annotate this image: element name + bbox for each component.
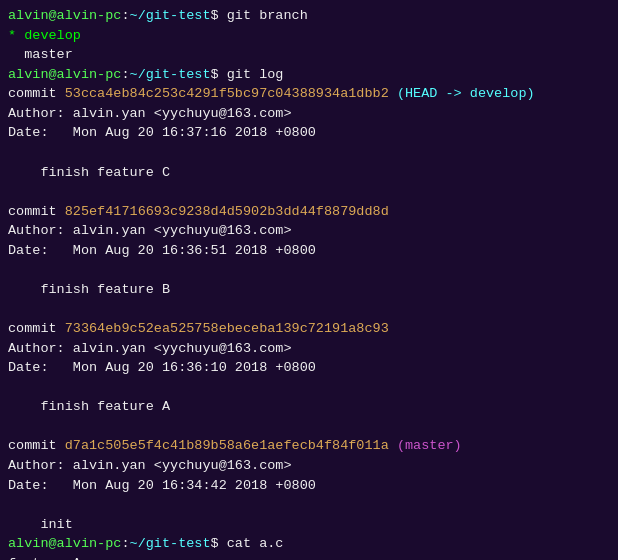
date-line-3: Date: Mon Aug 20 16:36:10 2018 +0800: [8, 358, 610, 378]
commit-hash-1: 53cca4eb84c253c4291f5bc97c04388934a1dbb2: [65, 86, 389, 101]
terminal-line-1: alvin@alvin-pc:~/git-test$ git branch: [8, 6, 610, 26]
commit-msg-2: finish feature B: [8, 282, 170, 297]
terminal-line-3: master: [8, 45, 610, 65]
commit-msg-4: init: [8, 517, 73, 532]
date-label-2: Date: Mon Aug 20 16:36:51 2018 +0800: [8, 243, 316, 258]
author-label-4: Author: alvin.yan <yychuyu@163.com>: [8, 458, 292, 473]
commit-space-4: [389, 438, 397, 453]
commit-line-4: commit d7a1c505e5f4c41b89b58a6e1aefecb4f…: [8, 436, 610, 456]
commit-ref-4: (master): [397, 438, 462, 453]
author-line-3: Author: alvin.yan <yychuyu@163.com>: [8, 339, 610, 359]
terminal: alvin@alvin-pc:~/git-test$ git branch * …: [0, 0, 618, 560]
prompt-path-1: ~/git-test: [130, 8, 211, 23]
author-line-4: Author: alvin.yan <yychuyu@163.com>: [8, 456, 610, 476]
date-line-2: Date: Mon Aug 20 16:36:51 2018 +0800: [8, 241, 610, 261]
empty-4: [8, 299, 610, 319]
date-label-3: Date: Mon Aug 20 16:36:10 2018 +0800: [8, 360, 316, 375]
empty-3: [8, 260, 610, 280]
author-line-2: Author: alvin.yan <yychuyu@163.com>: [8, 221, 610, 241]
date-line-4: Date: Mon Aug 20 16:34:42 2018 +0800: [8, 476, 610, 496]
commit-hash-2: 825ef41716693c9238d4d5902b3dd44f8879dd8d: [65, 204, 389, 219]
prompt-colon-1: :: [121, 8, 129, 23]
commit-hash-4: d7a1c505e5f4c41b89b58a6e1aefecb4f84f011a: [65, 438, 389, 453]
prompt-path-2: ~/git-test: [130, 67, 211, 82]
file-content-1: feature A: [8, 556, 81, 560]
msg-3: finish feature A: [8, 397, 610, 417]
commit-msg-3: finish feature A: [8, 399, 170, 414]
file-line-1: feature A: [8, 554, 610, 560]
prompt-user-2: alvin@alvin-pc: [8, 67, 121, 82]
commit-label-3: commit: [8, 321, 65, 336]
msg-2: finish feature B: [8, 280, 610, 300]
empty-5: [8, 378, 610, 398]
author-label-1: Author: alvin.yan <yychuyu@163.com>: [8, 106, 292, 121]
prompt-user-1: alvin@alvin-pc: [8, 8, 121, 23]
commit-line-1: commit 53cca4eb84c253c4291f5bc97c0438893…: [8, 84, 610, 104]
commit-msg-1: finish feature C: [8, 165, 170, 180]
active-branch: * develop: [8, 28, 81, 43]
author-line-1: Author: alvin.yan <yychuyu@163.com>: [8, 104, 610, 124]
date-label-1: Date: Mon Aug 20 16:37:16 2018 +0800: [8, 125, 316, 140]
prompt-path-3: ~/git-test: [130, 536, 211, 551]
terminal-line-4: alvin@alvin-pc:~/git-test$ git log: [8, 65, 610, 85]
empty-2: [8, 182, 610, 202]
msg-1: finish feature C: [8, 163, 610, 183]
commit-label-4: commit: [8, 438, 65, 453]
commit-space-1: [389, 86, 397, 101]
prompt-colon-2: :: [121, 67, 129, 82]
date-line-1: Date: Mon Aug 20 16:37:16 2018 +0800: [8, 123, 610, 143]
prompt-user-3: alvin@alvin-pc: [8, 536, 121, 551]
author-label-3: Author: alvin.yan <yychuyu@163.com>: [8, 341, 292, 356]
msg-4: init: [8, 515, 610, 535]
commit-line-2: commit 825ef41716693c9238d4d5902b3dd44f8…: [8, 202, 610, 222]
empty-6: [8, 417, 610, 437]
terminal-line-2: * develop: [8, 26, 610, 46]
branch-master: master: [8, 47, 73, 62]
commit-line-3: commit 73364eb9c52ea525758ebeceba139c721…: [8, 319, 610, 339]
empty-1: [8, 143, 610, 163]
empty-7: [8, 495, 610, 515]
commit-ref-1: (HEAD -> develop): [397, 86, 535, 101]
commit-label-1: commit: [8, 86, 65, 101]
prompt-cmd-3: $ cat a.c: [211, 536, 284, 551]
commit-label-2: commit: [8, 204, 65, 219]
author-label-2: Author: alvin.yan <yychuyu@163.com>: [8, 223, 292, 238]
prompt-colon-3: :: [121, 536, 129, 551]
prompt-cmd-2: $ git log: [211, 67, 284, 82]
prompt-cmd-1: $ git branch: [211, 8, 308, 23]
commit-hash-3: 73364eb9c52ea525758ebeceba139c72191a8c93: [65, 321, 389, 336]
date-label-4: Date: Mon Aug 20 16:34:42 2018 +0800: [8, 478, 316, 493]
terminal-line-cat: alvin@alvin-pc:~/git-test$ cat a.c: [8, 534, 610, 554]
